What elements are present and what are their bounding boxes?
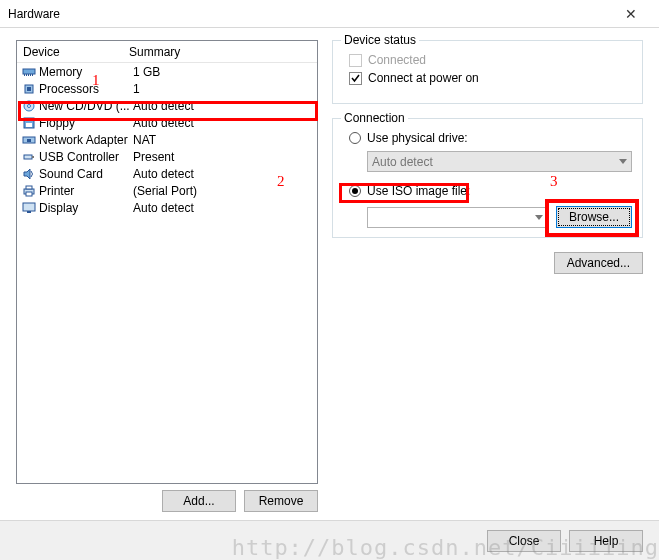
svg-rect-15	[24, 155, 32, 159]
checkbox-icon	[349, 54, 362, 67]
device-summary: Auto detect	[131, 116, 317, 130]
row-memory[interactable]: Memory 1 GB	[17, 63, 317, 80]
device-list[interactable]: Device Summary Memory 1 GB Processors 1 …	[16, 40, 318, 484]
device-summary: (Serial Port)	[131, 184, 317, 198]
row-cd-dvd[interactable]: New CD/DVD (... Auto detect	[17, 97, 317, 114]
iso-combo[interactable]	[367, 207, 548, 228]
row-processors[interactable]: Processors 1	[17, 80, 317, 97]
device-name: Processors	[39, 82, 131, 96]
device-name: USB Controller	[39, 150, 131, 164]
bottom-bar: Close Help	[0, 520, 659, 560]
window-title: Hardware	[8, 7, 611, 21]
add-button[interactable]: Add...	[162, 490, 236, 512]
row-display[interactable]: Display Auto detect	[17, 199, 317, 216]
svg-rect-2	[26, 74, 27, 76]
detail-panel: Device status Connected Connect at power…	[332, 40, 643, 512]
group-legend: Device status	[341, 33, 419, 47]
network-icon	[21, 132, 37, 148]
titlebar: Hardware ✕	[0, 0, 659, 28]
group-legend: Connection	[341, 111, 408, 125]
remove-button[interactable]: Remove	[244, 490, 318, 512]
device-name: Sound Card	[39, 167, 131, 181]
iso-path-row: Browse...	[367, 206, 632, 228]
chevron-down-icon	[535, 215, 543, 220]
advanced-row: Advanced...	[332, 252, 643, 274]
svg-rect-11	[26, 118, 31, 121]
help-button[interactable]: Help	[569, 530, 643, 552]
row-network[interactable]: Network Adapter NAT	[17, 131, 317, 148]
device-summary: Auto detect	[131, 201, 317, 215]
svg-point-9	[28, 104, 31, 107]
physical-combo: Auto detect	[367, 151, 632, 172]
device-list-panel: Device Summary Memory 1 GB Processors 1 …	[16, 40, 318, 512]
memory-icon	[21, 64, 37, 80]
device-summary: 1	[131, 82, 317, 96]
row-usb[interactable]: USB Controller Present	[17, 148, 317, 165]
svg-rect-14	[27, 139, 31, 142]
svg-rect-16	[32, 156, 34, 158]
svg-rect-19	[26, 186, 32, 189]
device-summary: Present	[131, 150, 317, 164]
physical-radio[interactable]: Use physical drive:	[349, 129, 632, 147]
connected-checkbox: Connected	[349, 51, 632, 69]
svg-rect-22	[27, 211, 31, 213]
disc-icon	[21, 98, 37, 114]
svg-rect-1	[24, 74, 25, 76]
floppy-icon	[21, 115, 37, 131]
device-summary: Auto detect	[131, 99, 317, 113]
iso-radio[interactable]: Use ISO image file:	[349, 182, 632, 200]
svg-rect-4	[30, 74, 31, 76]
list-rows: Memory 1 GB Processors 1 New CD/DVD (...…	[17, 63, 317, 216]
device-status-group: Device status Connected Connect at power…	[332, 40, 643, 104]
list-header: Device Summary	[17, 41, 317, 63]
svg-rect-5	[32, 74, 33, 76]
row-floppy[interactable]: Floppy Auto detect	[17, 114, 317, 131]
svg-rect-7	[27, 87, 31, 91]
row-sound[interactable]: Sound Card Auto detect	[17, 165, 317, 182]
row-printer[interactable]: Printer (Serial Port)	[17, 182, 317, 199]
usb-icon	[21, 149, 37, 165]
svg-rect-12	[26, 123, 32, 127]
svg-rect-3	[28, 74, 29, 76]
physical-value: Auto detect	[372, 155, 433, 169]
svg-rect-21	[23, 203, 35, 211]
device-summary: NAT	[131, 133, 317, 147]
svg-rect-0	[23, 69, 35, 74]
svg-rect-20	[26, 192, 32, 196]
browse-button[interactable]: Browse...	[556, 206, 632, 228]
device-name: Memory	[39, 65, 131, 79]
iso-label: Use ISO image file:	[367, 184, 470, 198]
device-summary: Auto detect	[131, 167, 317, 181]
device-name: Network Adapter	[39, 133, 131, 147]
cpu-icon	[21, 81, 37, 97]
chevron-down-icon	[619, 159, 627, 164]
device-name: New CD/DVD (...	[39, 99, 131, 113]
physical-label: Use physical drive:	[367, 131, 468, 145]
device-name: Floppy	[39, 116, 131, 130]
advanced-button[interactable]: Advanced...	[554, 252, 643, 274]
svg-marker-17	[24, 169, 30, 179]
close-button[interactable]: Close	[487, 530, 561, 552]
device-summary: 1 GB	[131, 65, 317, 79]
connection-group: Connection Use physical drive: Auto dete…	[332, 118, 643, 238]
checkbox-icon	[349, 72, 362, 85]
radio-icon	[349, 132, 361, 144]
close-icon[interactable]: ✕	[611, 6, 651, 22]
connected-label: Connected	[368, 53, 426, 67]
printer-icon	[21, 183, 37, 199]
list-buttons: Add... Remove	[16, 490, 318, 512]
device-name: Display	[39, 201, 131, 215]
device-name: Printer	[39, 184, 131, 198]
display-icon	[21, 200, 37, 216]
poweron-label: Connect at power on	[368, 71, 479, 85]
poweron-checkbox[interactable]: Connect at power on	[349, 69, 632, 87]
col-summary[interactable]: Summary	[127, 45, 317, 59]
col-device[interactable]: Device	[17, 45, 127, 59]
radio-icon	[349, 185, 361, 197]
sound-icon	[21, 166, 37, 182]
content: Device Summary Memory 1 GB Processors 1 …	[16, 40, 643, 512]
